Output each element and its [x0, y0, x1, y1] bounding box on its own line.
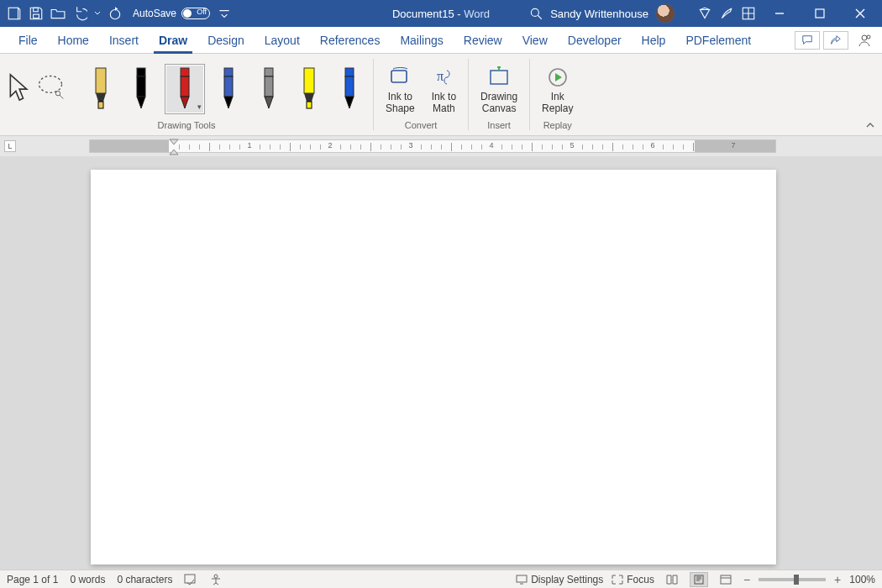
focus-button[interactable]: Focus	[612, 574, 654, 585]
pencil-yellow-tool[interactable]	[84, 64, 118, 114]
title-bar: AutoSave Off Document15 - Word Sandy Wri…	[0, 0, 882, 27]
web-layout-button[interactable]	[717, 572, 735, 587]
app-name: Word	[464, 8, 490, 20]
pen-red-tool[interactable]: ▾	[165, 64, 205, 114]
svg-rect-29	[185, 575, 195, 583]
tab-design[interactable]: Design	[197, 27, 255, 53]
highlighter-yellow-tool[interactable]	[292, 64, 326, 114]
display-settings-button[interactable]: Display Settings	[516, 574, 603, 585]
zoom-in-button[interactable]: +	[834, 573, 841, 586]
maximize-button[interactable]	[803, 0, 837, 27]
undo-icon[interactable]	[72, 6, 87, 21]
ruler-number: 2	[328, 141, 332, 150]
ribbon-tabs: FileHomeInsertDrawDesignLayoutReferences…	[0, 27, 882, 54]
tab-pdfelement[interactable]: PDFelement	[675, 27, 761, 53]
ruler-number: 6	[650, 141, 654, 150]
status-chars[interactable]: 0 characters	[117, 574, 172, 585]
read-mode-button[interactable]	[663, 572, 681, 587]
comments-button[interactable]	[795, 31, 820, 50]
pen-blue-sparkle-tool[interactable]	[333, 64, 366, 114]
pen-galaxy-tool[interactable]	[212, 64, 245, 114]
group-label-drawing-tools: Drawing Tools	[158, 120, 216, 134]
autosave-toggle[interactable]: AutoSave Off	[133, 8, 210, 19]
user-avatar[interactable]	[655, 3, 675, 24]
search-icon[interactable]	[528, 6, 543, 21]
tab-draw[interactable]: Draw	[149, 27, 197, 53]
select-tool[interactable]	[7, 72, 29, 105]
brush-icon[interactable]	[719, 6, 734, 21]
svg-rect-17	[224, 68, 233, 76]
tab-file[interactable]: File	[8, 27, 48, 53]
tab-view[interactable]: View	[512, 27, 558, 53]
tab-home[interactable]: Home	[48, 27, 99, 53]
minimize-button[interactable]	[763, 0, 796, 27]
lasso-select-tool[interactable]	[35, 72, 66, 105]
group-label-convert: Convert	[405, 120, 438, 134]
svg-rect-2	[34, 8, 39, 12]
grid-icon[interactable]	[741, 6, 756, 21]
customize-qat-icon[interactable]	[217, 6, 232, 21]
document-name: Document15	[392, 8, 454, 20]
zoom-out-button[interactable]: −	[743, 573, 750, 586]
autosave-off-label: Off	[197, 8, 207, 16]
group-insert: DrawingCanvas Insert	[469, 54, 529, 135]
status-page[interactable]: Page 1 of 1	[7, 574, 58, 585]
group-label-replay: Replay	[543, 120, 572, 134]
pen-gray-tool[interactable]	[252, 64, 286, 114]
repeat-icon[interactable]	[108, 6, 123, 21]
tab-developer[interactable]: Developer	[558, 27, 632, 53]
svg-rect-14	[137, 76, 145, 97]
group-replay: InkReplay Replay	[530, 54, 585, 135]
ink-replay-button[interactable]: InkReplay	[537, 64, 578, 114]
collapse-ribbon-icon[interactable]	[865, 120, 875, 132]
svg-point-8	[867, 35, 870, 39]
svg-rect-25	[391, 71, 407, 82]
svg-rect-33	[721, 575, 731, 584]
close-button[interactable]	[843, 0, 877, 27]
svg-rect-22	[307, 102, 312, 108]
diamond-icon[interactable]	[697, 6, 712, 21]
document-workspace	[0, 156, 882, 570]
svg-rect-19	[265, 68, 273, 76]
tab-review[interactable]: Review	[454, 27, 512, 53]
ruler-area: L 1234567	[0, 136, 882, 156]
svg-rect-0	[8, 8, 18, 19]
tab-selector[interactable]: L	[4, 140, 16, 152]
tab-help[interactable]: Help	[632, 27, 676, 53]
drawing-canvas-button[interactable]: DrawingCanvas	[475, 64, 522, 114]
zoom-level[interactable]: 100%	[849, 574, 875, 585]
tab-insert[interactable]: Insert	[99, 27, 149, 53]
open-icon[interactable]	[50, 6, 66, 21]
tab-references[interactable]: References	[310, 27, 391, 53]
ink-to-shape-button[interactable]: Ink toShape	[381, 64, 420, 114]
user-name[interactable]: Sandy Writtenhouse	[550, 8, 648, 20]
share-button[interactable]	[823, 31, 848, 50]
accessibility-icon[interactable]	[209, 574, 223, 585]
save-icon[interactable]	[29, 6, 44, 21]
tab-mailings[interactable]: Mailings	[390, 27, 453, 53]
spellcheck-icon[interactable]	[184, 574, 197, 585]
ruler-number: 4	[489, 141, 493, 150]
svg-rect-6	[816, 9, 824, 18]
svg-rect-18	[224, 76, 233, 97]
svg-rect-23	[345, 68, 354, 76]
svg-rect-11	[96, 68, 106, 93]
undo-dropdown-icon[interactable]	[94, 6, 101, 21]
horizontal-ruler[interactable]: 1234567	[89, 139, 776, 153]
pen-black-tool[interactable]	[124, 64, 158, 114]
autosave-pin-icon[interactable]	[7, 6, 22, 21]
svg-rect-20	[265, 76, 273, 97]
account-icon[interactable]	[852, 34, 877, 47]
svg-rect-1	[34, 14, 39, 18]
group-label-insert: Insert	[487, 120, 511, 134]
group-convert: Ink toShape π Ink toMath Convert	[374, 54, 468, 135]
zoom-slider[interactable]	[759, 578, 826, 581]
status-bar: Page 1 of 1 0 words 0 characters Display…	[0, 570, 882, 588]
tab-layout[interactable]: Layout	[255, 27, 310, 53]
indent-marker[interactable]	[169, 139, 179, 158]
ink-to-math-button[interactable]: π Ink toMath	[427, 64, 461, 114]
autosave-switch[interactable]: Off	[181, 8, 210, 19]
document-page[interactable]	[91, 170, 776, 564]
status-words[interactable]: 0 words	[70, 574, 105, 585]
print-layout-button[interactable]	[690, 572, 708, 587]
